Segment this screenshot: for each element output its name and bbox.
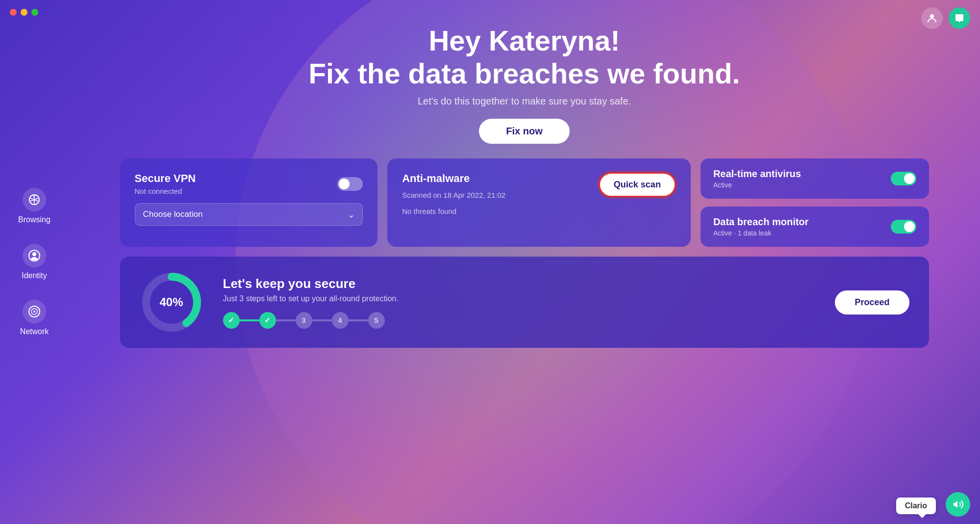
browsing-icon <box>23 188 46 211</box>
breach-title: Data breach monitor <box>713 216 808 228</box>
step-5: 5 <box>368 312 385 329</box>
step-line-4 <box>349 319 368 321</box>
banner-subtitle: Just 3 steps left to set up your all-rou… <box>223 294 816 303</box>
user-profile-icon[interactable] <box>921 7 943 29</box>
bottom-banner: 40% Let's keep you secure Just 3 steps l… <box>120 257 929 348</box>
progress-percent: 40% <box>159 295 183 309</box>
cards-row: Secure VPN Not connected Choose location… <box>120 158 929 247</box>
svg-point-3 <box>34 199 35 201</box>
svg-point-6 <box>32 252 36 256</box>
location-placeholder: Choose location <box>143 210 203 219</box>
identity-label: Identity <box>22 271 47 280</box>
chat-icon[interactable] <box>949 7 970 29</box>
step-3: 3 <box>296 312 312 329</box>
proceed-button[interactable]: Proceed <box>835 290 909 314</box>
step-4: 4 <box>332 312 349 329</box>
antimalware-title: Anti-malware <box>402 172 589 185</box>
step-line-2 <box>276 319 296 321</box>
sidebar-item-identity[interactable]: Identity <box>17 239 52 285</box>
main-content: Hey Kateryna! Fix the data breaches we f… <box>69 0 980 524</box>
browsing-label: Browsing <box>18 215 50 224</box>
step-line-3 <box>312 319 332 321</box>
quick-scan-button[interactable]: Quick scan <box>599 172 676 197</box>
hero-title: Hey Kateryna! Fix the data breaches we f… <box>309 25 740 90</box>
antimalware-status: No threats found <box>402 207 589 215</box>
antimalware-card: Anti-malware Scanned on 18 Apr 2022, 21:… <box>387 158 691 247</box>
realtime-title: Real-time antivirus <box>713 168 801 180</box>
realtime-status: Active <box>713 181 801 189</box>
sidebar-item-network[interactable]: Network <box>15 295 54 341</box>
breach-monitor-card: Data breach monitor Active · 1 data leak <box>701 207 929 247</box>
right-column: Real-time antivirus Active Data breach m… <box>701 158 929 247</box>
speaker-button[interactable] <box>946 492 970 517</box>
network-icon <box>23 300 46 323</box>
hero-section: Hey Kateryna! Fix the data breaches we f… <box>309 25 740 144</box>
realtime-toggle[interactable] <box>891 172 916 185</box>
hero-subtitle: Let's do this together to make sure you … <box>309 96 740 107</box>
top-right-actions <box>921 7 970 29</box>
banner-text: Let's keep you secure Just 3 steps left … <box>223 276 816 329</box>
svg-point-0 <box>930 14 934 18</box>
identity-icon <box>23 244 46 267</box>
chevron-down-icon: ⌄ <box>348 210 354 219</box>
step-2: ✓ <box>259 312 276 329</box>
clario-tooltip: Clario <box>896 498 936 514</box>
svg-point-9 <box>33 311 35 313</box>
sidebar: Browsing Identity Network <box>0 0 69 524</box>
progress-donut: 40% <box>140 270 203 334</box>
sidebar-item-browsing[interactable]: Browsing <box>13 183 55 229</box>
step-1: ✓ <box>223 312 240 329</box>
antimalware-scan-date: Scanned on 18 Apr 2022, 21:02 <box>402 191 589 199</box>
breach-status: Active · 1 data leak <box>713 229 808 237</box>
vpn-title: Secure VPN <box>135 172 196 185</box>
banner-title: Let's keep you secure <box>223 276 816 291</box>
location-dropdown[interactable]: Choose location ⌄ <box>135 203 363 226</box>
vpn-card: Secure VPN Not connected Choose location… <box>120 158 378 247</box>
vpn-toggle[interactable] <box>337 177 363 191</box>
realtime-antivirus-card: Real-time antivirus Active <box>701 158 929 199</box>
vpn-status: Not connected <box>135 187 196 195</box>
network-label: Network <box>20 327 49 336</box>
setup-steps: ✓ ✓ 3 4 5 <box>223 312 816 329</box>
breach-toggle[interactable] <box>891 220 916 234</box>
clario-label: Clario <box>905 501 927 510</box>
step-line-1 <box>240 319 259 321</box>
fix-now-button[interactable]: Fix now <box>479 119 569 144</box>
